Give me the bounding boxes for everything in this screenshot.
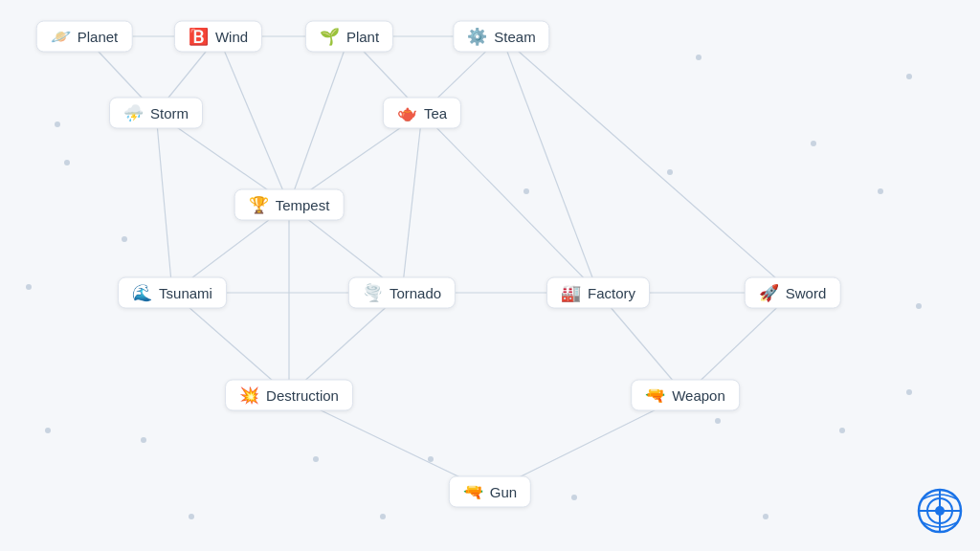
node-plant[interactable]: 🌱Plant — [305, 21, 393, 53]
logo-icon — [917, 488, 963, 534]
factory-icon: 🏭 — [561, 285, 581, 301]
svg-point-2 — [878, 188, 883, 194]
node-storm[interactable]: ⛈️Storm — [109, 98, 203, 129]
node-planet[interactable]: 🪐Planet — [36, 21, 133, 53]
plant-label: Plant — [346, 29, 379, 45]
tsunami-icon: 🌊 — [132, 285, 152, 301]
planet-label: Planet — [78, 29, 119, 45]
factory-label: Factory — [588, 285, 635, 301]
destruction-label: Destruction — [266, 387, 339, 404]
svg-point-20 — [906, 389, 912, 395]
sword-label: Sword — [786, 285, 827, 301]
svg-point-18 — [313, 456, 319, 462]
svg-point-5 — [763, 514, 768, 519]
svg-line-29 — [289, 36, 349, 205]
gun-label: Gun — [490, 484, 517, 500]
svg-point-0 — [64, 160, 70, 165]
planet-icon: 🪐 — [51, 29, 71, 45]
node-weapon[interactable]: 🔫Weapon — [631, 380, 740, 411]
node-destruction[interactable]: 💥Destruction — [225, 380, 353, 411]
node-steam[interactable]: ⚙️Steam — [453, 21, 549, 53]
svg-line-34 — [156, 113, 172, 293]
svg-line-31 — [501, 36, 598, 293]
destruction-icon: 💥 — [239, 387, 259, 404]
wind-icon: 🅱️ — [189, 29, 209, 45]
node-tornado[interactable]: 🌪️Tornado — [348, 277, 456, 309]
svg-point-8 — [189, 514, 194, 519]
svg-line-26 — [218, 36, 289, 205]
svg-point-4 — [839, 428, 845, 433]
storm-icon: ⛈️ — [123, 105, 144, 121]
svg-line-37 — [422, 113, 598, 293]
svg-line-32 — [501, 36, 792, 293]
node-factory[interactable]: 🏭Factory — [546, 277, 650, 309]
svg-point-13 — [811, 141, 816, 146]
node-tea[interactable]: 🫖Tea — [383, 98, 461, 129]
svg-point-12 — [696, 55, 702, 60]
svg-point-14 — [667, 169, 673, 175]
svg-point-19 — [122, 236, 127, 242]
svg-point-16 — [428, 456, 434, 462]
node-tempest[interactable]: 🏆Tempest — [234, 189, 345, 221]
node-sword[interactable]: 🚀Sword — [745, 277, 841, 309]
svg-point-3 — [916, 303, 922, 309]
plant-icon: 🌱 — [320, 29, 340, 45]
wind-label: Wind — [215, 29, 248, 45]
svg-point-9 — [45, 428, 51, 433]
tsunami-label: Tsunami — [159, 285, 212, 301]
svg-point-1 — [906, 74, 912, 79]
svg-point-17 — [141, 437, 146, 443]
storm-label: Storm — [150, 105, 189, 121]
svg-point-7 — [380, 514, 386, 519]
tempest-icon: 🏆 — [249, 197, 269, 213]
gun-icon: 🔫 — [463, 484, 483, 500]
svg-point-6 — [571, 495, 577, 500]
tornado-label: Tornado — [390, 285, 441, 301]
svg-point-21 — [715, 418, 721, 424]
node-gun[interactable]: 🔫Gun — [449, 476, 531, 508]
weapon-label: Weapon — [672, 387, 725, 404]
weapon-icon: 🔫 — [645, 387, 665, 404]
tea-icon: 🫖 — [397, 105, 417, 121]
sword-icon: 🚀 — [759, 285, 779, 301]
tempest-label: Tempest — [276, 197, 330, 213]
steam-label: Steam — [494, 29, 535, 45]
tea-label: Tea — [424, 105, 447, 121]
svg-point-11 — [55, 121, 60, 127]
svg-point-10 — [26, 284, 32, 290]
steam-icon: ⚙️ — [467, 29, 487, 45]
svg-line-36 — [402, 113, 422, 293]
node-wind[interactable]: 🅱️Wind — [174, 21, 262, 53]
svg-point-15 — [523, 188, 529, 194]
tornado-icon: 🌪️ — [363, 285, 383, 301]
node-tsunami[interactable]: 🌊Tsunami — [118, 277, 227, 309]
